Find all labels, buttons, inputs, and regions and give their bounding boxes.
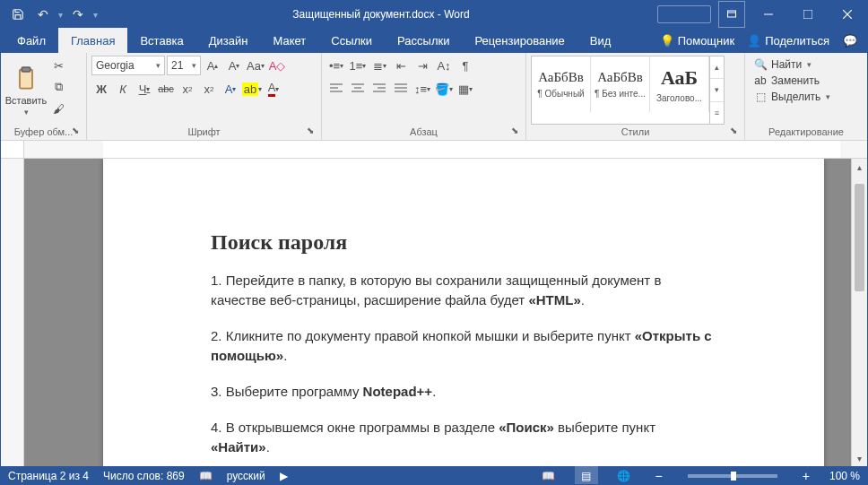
styles-expand-icon[interactable]: ≡ <box>710 101 724 124</box>
change-case-icon[interactable]: Aa▾ <box>246 56 265 75</box>
font-size-combo[interactable]: 21▾ <box>167 56 201 75</box>
group-font: Georgia▾ 21▾ A▴ A▾ Aa▾ A◇ Ж К Ч▾ abc x2 … <box>87 53 322 140</box>
subscript-icon[interactable]: x2 <box>178 79 197 99</box>
doc-paragraph[interactable]: 4. В открывшемся окне программы в раздел… <box>211 418 716 457</box>
ribbon-display-options-icon[interactable] <box>718 1 745 28</box>
vertical-ruler[interactable] <box>1 159 24 466</box>
bullets-icon[interactable]: •≡▾ <box>326 56 346 75</box>
maximize-button[interactable] <box>788 1 828 28</box>
account-box[interactable] <box>657 5 711 23</box>
doc-heading[interactable]: Поиск пароля <box>211 230 716 255</box>
view-print-icon[interactable]: ▤ <box>575 466 598 485</box>
document-canvas[interactable]: Поиск пароля 1. Перейдите в папку, в кот… <box>24 159 851 466</box>
tab-mailings[interactable]: Рассылки <box>385 28 462 53</box>
zoom-handle[interactable] <box>731 472 736 481</box>
style-heading1[interactable]: АаБ Заголово... <box>650 56 709 112</box>
decrease-indent-icon[interactable]: ⇤ <box>391 56 411 75</box>
doc-paragraph[interactable]: 3. Выберите программу Notepad++. <box>211 382 716 402</box>
multilevel-icon[interactable]: ≣▾ <box>369 56 389 75</box>
style-no-spacing[interactable]: АаБбВв ¶ Без инте... <box>591 56 650 112</box>
tell-me[interactable]: 💡 Помощник <box>660 34 735 48</box>
select-button[interactable]: ⬚Выделить▾ <box>750 90 834 104</box>
status-spellcheck-icon[interactable]: 📖 <box>199 470 213 482</box>
borders-icon[interactable]: ▦▾ <box>456 79 475 99</box>
tab-review[interactable]: Рецензирование <box>462 28 577 53</box>
paste-label: Вставить <box>5 95 48 106</box>
increase-indent-icon[interactable]: ⇥ <box>412 56 432 75</box>
dialog-launcher-icon[interactable]: ⬊ <box>69 126 82 138</box>
shading-icon[interactable]: 🪣▾ <box>434 79 454 99</box>
font-name-combo[interactable]: Georgia▾ <box>91 56 165 75</box>
dialog-launcher-icon[interactable]: ⬊ <box>727 126 740 138</box>
qat-undo-more-icon[interactable]: ▾ <box>56 10 65 20</box>
minimize-button[interactable] <box>749 1 788 28</box>
tab-view[interactable]: Вид <box>577 28 624 53</box>
save-icon[interactable] <box>6 3 30 26</box>
show-marks-icon[interactable]: ¶ <box>456 56 475 75</box>
tab-references[interactable]: Ссылки <box>318 28 385 53</box>
copy-icon[interactable]: ⧉ <box>48 77 68 97</box>
group-clipboard-label: Буфер обм... ⬊ <box>5 125 82 140</box>
dialog-launcher-icon[interactable]: ⬊ <box>508 126 521 138</box>
qat-customize-icon[interactable]: ▾ <box>91 10 100 20</box>
styles-more: ▴ ▾ ≡ <box>709 56 724 124</box>
share-label: Поделиться <box>765 34 829 48</box>
clear-format-icon[interactable]: A◇ <box>267 56 287 75</box>
text-effects-icon[interactable]: A▾ <box>221 79 240 99</box>
tab-design[interactable]: Дизайн <box>196 28 261 53</box>
styles-down-icon[interactable]: ▾ <box>710 78 724 100</box>
redo-icon[interactable]: ↷ <box>66 3 90 26</box>
align-center-icon[interactable] <box>348 79 368 99</box>
styles-up-icon[interactable]: ▴ <box>710 56 724 78</box>
paste-button[interactable]: Вставить ▾ <box>5 56 47 125</box>
replace-button[interactable]: abЗаменить <box>750 74 834 88</box>
zoom-out-button[interactable]: − <box>650 469 668 483</box>
zoom-in-button[interactable]: + <box>797 469 815 483</box>
window-controls <box>749 1 867 28</box>
zoom-slider[interactable] <box>688 474 777 478</box>
horizontal-ruler[interactable] <box>1 141 867 159</box>
scroll-up-icon[interactable]: ▴ <box>852 159 867 175</box>
close-button[interactable] <box>828 1 867 28</box>
underline-button[interactable]: Ч▾ <box>135 79 154 99</box>
strikethrough-button[interactable]: abc <box>156 79 176 99</box>
style-normal[interactable]: АаБбВв ¶ Обычный <box>532 56 591 112</box>
zoom-level[interactable]: 100 % <box>829 470 860 482</box>
justify-icon[interactable] <box>391 79 411 99</box>
grow-font-icon[interactable]: A▴ <box>203 56 222 75</box>
bold-button[interactable]: Ж <box>91 79 111 99</box>
file-tab[interactable]: Файл <box>4 28 58 53</box>
tab-home[interactable]: Главная <box>58 28 127 53</box>
align-right-icon[interactable] <box>369 79 389 99</box>
scroll-down-icon[interactable]: ▾ <box>852 450 867 466</box>
cut-icon[interactable]: ✂ <box>48 56 68 75</box>
superscript-icon[interactable]: x2 <box>199 79 219 99</box>
scroll-thumb[interactable] <box>855 184 864 291</box>
italic-button[interactable]: К <box>113 79 133 99</box>
tab-layout[interactable]: Макет <box>260 28 318 53</box>
status-macros-icon[interactable]: ▶ <box>280 470 288 482</box>
view-read-icon[interactable]: 📖 <box>537 466 560 485</box>
format-painter-icon[interactable]: 🖌 <box>48 99 68 118</box>
undo-icon[interactable]: ↶ <box>31 3 55 26</box>
align-left-icon[interactable] <box>326 79 346 99</box>
doc-paragraph[interactable]: 2. Кликните по документу правой кнопкой … <box>211 326 716 366</box>
share-button[interactable]: 👤 Поделиться <box>747 34 829 48</box>
font-color-icon[interactable]: A▾ <box>264 79 283 99</box>
status-wordcount[interactable]: Число слов: 869 <box>103 470 185 482</box>
sort-icon[interactable]: A↕ <box>434 56 454 75</box>
numbering-icon[interactable]: 1≡▾ <box>348 56 368 75</box>
dialog-launcher-icon[interactable]: ⬊ <box>304 126 317 138</box>
line-spacing-icon[interactable]: ↕≡▾ <box>412 79 432 99</box>
vertical-scrollbar[interactable]: ▴ ▾ <box>851 159 867 466</box>
comments-icon[interactable]: 💬 <box>842 34 858 48</box>
find-button[interactable]: 🔍Найти▾ <box>750 57 834 72</box>
tab-insert[interactable]: Вставка <box>127 28 195 53</box>
doc-paragraph[interactable]: 1. Перейдите в папку, в которую вы сохра… <box>211 271 716 310</box>
view-web-icon[interactable]: 🌐 <box>612 466 636 485</box>
status-page[interactable]: Страница 2 из 4 <box>8 470 89 482</box>
highlight-icon[interactable]: ab▾ <box>242 79 262 99</box>
page[interactable]: Поиск пароля 1. Перейдите в папку, в кот… <box>103 159 824 466</box>
status-language[interactable]: русский <box>227 470 265 482</box>
shrink-font-icon[interactable]: A▾ <box>224 56 244 75</box>
